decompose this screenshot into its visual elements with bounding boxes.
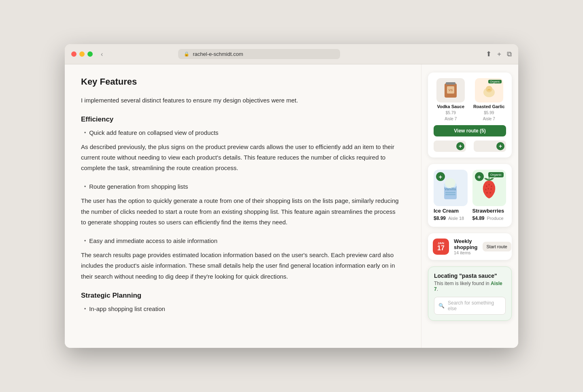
add-item-bar-2: + bbox=[474, 141, 506, 152]
roasted-garlic-price: $5.99 bbox=[484, 111, 494, 115]
strawberry-image: + Organic bbox=[472, 170, 506, 206]
weekly-subtitle: 14 items bbox=[454, 250, 478, 255]
product-mini-vodka: VS Vodka Sauce $5.79 Aisle 7 bbox=[434, 78, 468, 121]
calendar-icon: JAN 17 bbox=[433, 239, 449, 255]
main-content: Key Features I implemented several disti… bbox=[65, 64, 421, 348]
svg-text:VS: VS bbox=[449, 88, 453, 92]
svg-rect-10 bbox=[445, 192, 455, 193]
maximize-button[interactable] bbox=[87, 51, 93, 57]
lock-icon: 🔒 bbox=[184, 51, 189, 57]
tabs-icon[interactable]: ⧉ bbox=[507, 50, 512, 58]
add-strawberry-button[interactable]: + bbox=[475, 172, 484, 181]
add-items-row: + + bbox=[434, 141, 506, 152]
organic-badge-strawberry: Organic bbox=[488, 172, 504, 177]
view-route-button[interactable]: View route (5) bbox=[434, 125, 506, 136]
bullet-item-3: • Easy and immediate access to aisle inf… bbox=[81, 237, 401, 244]
bullet-3-text: Easy and immediate access to aisle infor… bbox=[89, 237, 217, 244]
bullet-2-text: Route generation from shopping lists bbox=[89, 183, 188, 190]
roasted-garlic-image: Organic bbox=[475, 78, 503, 102]
minimize-button[interactable] bbox=[79, 51, 85, 57]
address-bar[interactable]: 🔒 rachel-e-schmidt.com bbox=[178, 49, 340, 59]
add-item-bar-1: + bbox=[434, 141, 466, 152]
strawberry-name: Strawberries bbox=[472, 208, 506, 214]
add-garlic-button[interactable]: + bbox=[496, 142, 504, 150]
url-text: rachel-e-schmidt.com bbox=[193, 51, 243, 57]
roasted-garlic-aisle: Aisle 7 bbox=[483, 117, 495, 121]
locating-card: Locating "pasta sauce" This item is like… bbox=[428, 266, 512, 321]
browser-actions: ⬆ + ⧉ bbox=[486, 50, 512, 58]
browser-window: ‹ 🔒 rachel-e-schmidt.com ⬆ + ⧉ Key Featu… bbox=[65, 44, 518, 348]
organic-badge-garlic: Organic bbox=[488, 80, 502, 83]
weekly-info: Weekly shopping 14 items bbox=[454, 238, 478, 255]
efficiency-body-1: As described previously, the plus signs … bbox=[81, 142, 401, 174]
locating-title: Locating "pasta sauce" bbox=[434, 273, 506, 279]
strawberry-price: $4.89 bbox=[472, 215, 485, 221]
strategic-planning-heading: Strategic Planning bbox=[81, 292, 401, 300]
bullet-item-1: • Quick add feature on collapsed view of… bbox=[81, 129, 401, 136]
efficiency-heading: Efficiency bbox=[81, 115, 401, 124]
sidebar: VS Vodka Sauce $5.79 Aisle 7 bbox=[421, 64, 518, 348]
cal-day: 17 bbox=[437, 245, 445, 251]
ice-cream-aisle: Aisle 18 bbox=[448, 216, 464, 221]
product-mini-garlic: Organic Roasted Garlic $5.99 Aisle 7 bbox=[472, 78, 506, 121]
bullet-dot: • bbox=[84, 130, 86, 136]
svg-text:Vanilla: Vanilla bbox=[445, 187, 457, 191]
search-placeholder: Search for something else bbox=[448, 300, 501, 311]
bullet-1-text: Quick add feature on collapsed view of p… bbox=[89, 129, 218, 136]
locating-subtitle: This item is likely found in Aisle 7. bbox=[434, 281, 506, 292]
bullet-dot-3: • bbox=[84, 238, 86, 244]
bullet-item-4: • In-app shopping list creation bbox=[81, 305, 401, 312]
ice-cream-image: + Vanilla bbox=[434, 170, 468, 206]
browser-content: Key Features I implemented several disti… bbox=[65, 64, 518, 348]
traffic-lights bbox=[71, 51, 93, 57]
bullet-dot-4: • bbox=[84, 306, 86, 312]
vodka-sauce-aisle: Aisle 7 bbox=[445, 117, 457, 121]
bullet-item-2: • Route generation from shopping lists bbox=[81, 183, 401, 190]
add-ice-cream-button[interactable]: + bbox=[436, 172, 445, 181]
ice-cream-price: $8.99 bbox=[434, 215, 446, 221]
top-products-card: VS Vodka Sauce $5.79 Aisle 7 bbox=[428, 72, 512, 158]
share-icon[interactable]: ⬆ bbox=[486, 50, 492, 58]
strawberry-aisle: Produce bbox=[487, 216, 504, 221]
add-vodka-sauce-button[interactable]: + bbox=[456, 142, 464, 150]
efficiency-body-2: The user has the option to quickly gener… bbox=[81, 196, 401, 228]
svg-rect-11 bbox=[445, 194, 455, 195]
efficiency-body-3: The search results page provides estimat… bbox=[81, 250, 401, 282]
svg-point-8 bbox=[445, 178, 455, 188]
locating-period: . bbox=[437, 286, 438, 292]
large-products-card: + Vanilla Ice Cream bbox=[428, 164, 512, 227]
svg-rect-1 bbox=[446, 82, 455, 85]
key-features-title: Key Features bbox=[81, 77, 401, 87]
vodka-sauce-image: VS bbox=[436, 78, 465, 102]
bullet-dot-2: • bbox=[84, 184, 86, 190]
roasted-garlic-name: Roasted Garlic bbox=[473, 104, 505, 109]
intro-text: I implemented several distinct features … bbox=[81, 95, 401, 106]
product-large-ice-cream: + Vanilla Ice Cream bbox=[434, 170, 468, 221]
weekly-title: Weekly shopping bbox=[454, 238, 478, 250]
svg-point-13 bbox=[489, 184, 490, 185]
start-route-button[interactable]: Start route bbox=[483, 242, 511, 251]
browser-chrome: ‹ 🔒 rachel-e-schmidt.com ⬆ + ⧉ bbox=[65, 44, 518, 64]
weekly-shopping-card: JAN 17 Weekly shopping 14 items Start ro… bbox=[428, 233, 512, 260]
vodka-sauce-price: $5.79 bbox=[446, 111, 456, 115]
locating-sub-text: This item is likely found in bbox=[434, 281, 489, 286]
search-box[interactable]: 🔍 Search for something else bbox=[434, 297, 506, 315]
vodka-sauce-svg: VS bbox=[440, 80, 461, 100]
search-icon: 🔍 bbox=[438, 303, 445, 309]
product-large-strawberries: + Organic bbox=[472, 170, 506, 221]
vodka-sauce-name: Vodka Sauce bbox=[437, 104, 464, 109]
close-button[interactable] bbox=[71, 51, 77, 57]
svg-point-16 bbox=[488, 188, 489, 190]
new-tab-icon[interactable]: + bbox=[497, 50, 501, 58]
back-arrow[interactable]: ‹ bbox=[101, 51, 103, 58]
ice-cream-name: Ice Cream bbox=[434, 208, 468, 214]
bullet-4-text: In-app shopping list creation bbox=[89, 305, 165, 312]
